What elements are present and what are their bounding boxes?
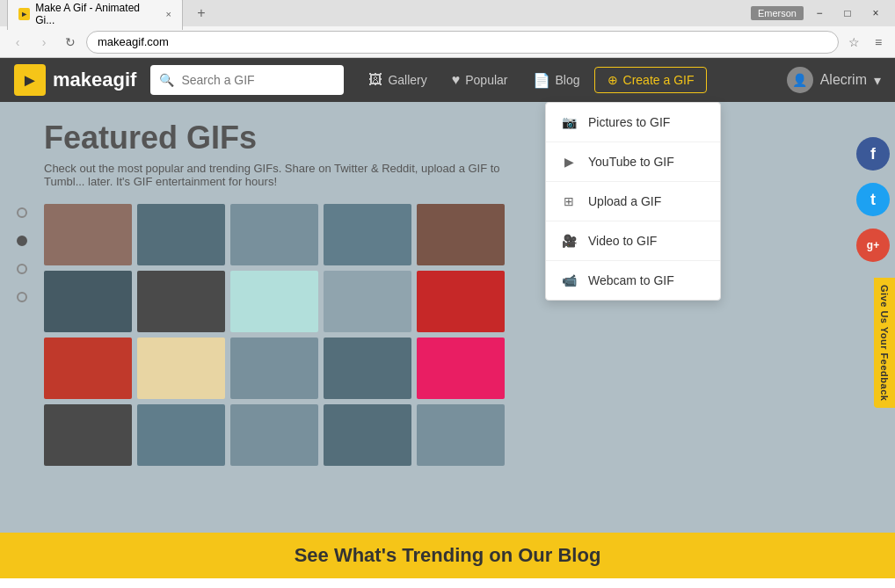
blog-label: Blog (556, 73, 580, 87)
forward-btn[interactable]: › (33, 32, 55, 53)
url-text: makeagif.com (98, 35, 169, 48)
gif-cell[interactable] (230, 338, 318, 399)
twitter-btn[interactable]: t (856, 183, 890, 216)
menu-icon[interactable]: ≡ (869, 33, 888, 52)
username: Alecrim (820, 72, 867, 88)
feedback-tab[interactable]: Give Us Your Feedback (874, 278, 895, 408)
featured-desc: Check out the most popular and trending … (44, 162, 519, 188)
main-nav: ► makeagif 🔍 🖼 Gallery ♥ Popular 📄 Blog … (0, 58, 895, 102)
gif-cell[interactable] (417, 338, 505, 399)
popular-icon: ♥ (452, 72, 461, 88)
title-bar: ► Make A Gif - Animated Gi... × + Emerso… (0, 0, 895, 26)
webcam-label: Webcam to GIF (588, 273, 674, 287)
youtube-to-gif-item[interactable]: ▶ YouTube to GIF (546, 142, 720, 182)
nav-links: 🖼 Gallery ♥ Popular 📄 Blog ⊕ Create a GI… (358, 67, 707, 94)
logo[interactable]: ► makeagif (14, 64, 136, 96)
upload-icon: ⊞ (560, 192, 578, 210)
gallery-label: Gallery (388, 73, 426, 87)
googleplus-btn[interactable]: g+ (856, 229, 890, 262)
minimize-btn[interactable]: − (807, 4, 832, 23)
gif-cell[interactable] (324, 204, 411, 265)
gif-cell[interactable] (230, 404, 318, 466)
gif-cell[interactable] (324, 271, 411, 332)
googleplus-icon: g+ (867, 239, 879, 251)
new-tab-btn[interactable]: + (190, 4, 213, 23)
gif-cell[interactable] (44, 338, 132, 399)
feedback-label: Give Us Your Feedback (879, 285, 890, 401)
bottom-banner[interactable]: See What's Trending on Our Blog (0, 533, 895, 578)
popular-label: Popular (465, 73, 507, 87)
gif-cell[interactable] (137, 271, 225, 332)
video-label: Video to GIF (588, 234, 657, 248)
webcam-to-gif-item[interactable]: 📹 Webcam to GIF (546, 261, 720, 300)
webcam-icon: 📹 (560, 272, 578, 289)
feedback-wrapper: Give Us Your Feedback (874, 278, 895, 408)
logo-text: makeagif (53, 69, 136, 91)
gif-cell[interactable] (137, 338, 225, 399)
browser-tab[interactable]: ► Make A Gif - Animated Gi... × (7, 0, 183, 30)
dot-3[interactable] (17, 264, 27, 274)
video-icon: 🎥 (560, 232, 578, 250)
bookmark-icon[interactable]: ☆ (844, 33, 863, 52)
dot-2[interactable] (17, 236, 27, 246)
gif-cell[interactable] (44, 404, 132, 466)
user-section[interactable]: 👤 Alecrim ▾ (787, 67, 881, 93)
nav-popular[interactable]: ♥ Popular (441, 67, 519, 93)
title-bar-left: ► Make A Gif - Animated Gi... × + (7, 0, 213, 30)
gif-cell[interactable] (230, 204, 318, 265)
gif-cell[interactable] (230, 271, 318, 332)
maximize-btn[interactable]: □ (835, 4, 860, 23)
facebook-btn[interactable]: f (856, 137, 890, 171)
nav-blog[interactable]: 📄 Blog (522, 67, 591, 94)
search-icon: 🔍 (159, 73, 174, 87)
user-caret: ▾ (874, 72, 881, 89)
gif-cell[interactable] (137, 204, 225, 265)
youtube-label: YouTube to GIF (588, 155, 674, 169)
tab-close-btn[interactable]: × (166, 9, 171, 19)
gif-cell[interactable] (44, 204, 132, 265)
gif-cell[interactable] (417, 404, 505, 466)
logo-letter: ► (21, 70, 39, 91)
left-dots (0, 102, 44, 533)
back-btn[interactable]: ‹ (7, 32, 28, 53)
create-icon: ⊕ (608, 73, 618, 87)
search-box[interactable]: 🔍 (150, 65, 344, 95)
address-bar: ‹ › ↻ makeagif.com ☆ ≡ (0, 26, 895, 58)
youtube-icon: ▶ (560, 153, 578, 171)
video-to-gif-item[interactable]: 🎥 Video to GIF (546, 221, 720, 261)
dropdown-menu: 📷 Pictures to GIF ▶ YouTube to GIF ⊞ Upl… (545, 102, 721, 301)
create-gif-btn[interactable]: ⊕ Create a GIF (594, 67, 708, 93)
search-input[interactable] (181, 73, 331, 87)
blog-icon: 📄 (533, 72, 550, 89)
pictures-icon: 📷 (560, 113, 578, 131)
reload-btn[interactable]: ↻ (60, 32, 81, 53)
gif-cell[interactable] (417, 271, 505, 332)
tab-title: Make A Gif - Animated Gi... (35, 2, 155, 26)
tab-favicon: ► (18, 8, 30, 20)
url-box[interactable]: makeagif.com (86, 31, 839, 54)
dot-4[interactable] (17, 292, 27, 302)
content-area: Featured GIFs Check out the most popular… (0, 102, 895, 533)
gif-cell[interactable] (324, 404, 411, 466)
title-bar-right: Emerson − □ × (751, 4, 888, 23)
pictures-label: Pictures to GIF (588, 115, 670, 129)
upload-label: Upload a GIF (588, 194, 661, 208)
upload-gif-item[interactable]: ⊞ Upload a GIF (546, 182, 720, 221)
avatar: 👤 (787, 67, 813, 93)
pictures-to-gif-item[interactable]: 📷 Pictures to GIF (546, 103, 720, 142)
gif-cell[interactable] (324, 338, 411, 399)
dot-1[interactable] (17, 207, 27, 218)
address-icons: ☆ ≡ (844, 33, 888, 52)
gif-cell[interactable] (44, 271, 132, 332)
nav-gallery[interactable]: 🖼 Gallery (358, 67, 437, 93)
facebook-icon: f (870, 145, 876, 163)
banner-text: See What's Trending on Our Blog (295, 544, 601, 567)
create-label: Create a GIF (623, 73, 695, 87)
twitter-icon: t (870, 191, 876, 209)
gif-cell[interactable] (137, 404, 225, 466)
main-content: Featured GIFs Check out the most popular… (44, 102, 851, 533)
gallery-icon: 🖼 (368, 72, 382, 88)
close-btn[interactable]: × (863, 4, 888, 23)
user-chip: Emerson (751, 6, 804, 20)
gif-cell[interactable] (417, 204, 505, 265)
